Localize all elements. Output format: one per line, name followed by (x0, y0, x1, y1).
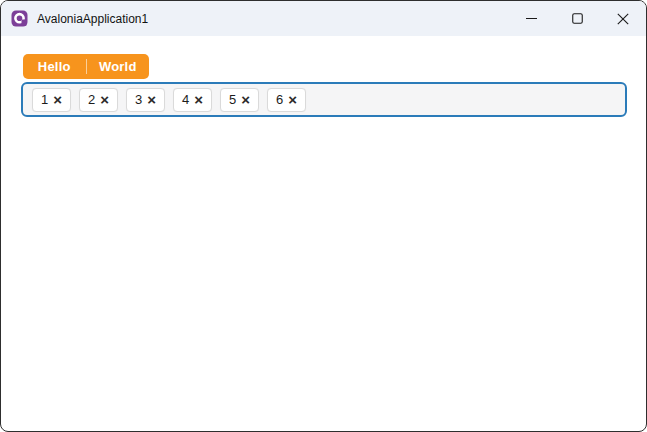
chip-remove-icon[interactable]: × (147, 92, 156, 107)
tab-world[interactable]: World (87, 54, 150, 79)
window-title: AvaloniaApplication1 (37, 12, 148, 26)
avalonia-logo-icon[interactable] (11, 10, 28, 27)
minimize-button[interactable] (508, 1, 554, 36)
window-controls (508, 1, 646, 36)
maximize-button[interactable] (554, 1, 600, 36)
chip-item-4[interactable]: 4 × (173, 88, 212, 112)
chip-label: 3 (135, 93, 142, 106)
chip-remove-icon[interactable]: × (288, 92, 297, 107)
close-icon (617, 13, 629, 25)
chip-item-1[interactable]: 1 × (32, 88, 71, 112)
app-window: AvaloniaApplication1 Hello World (0, 0, 647, 432)
chip-label: 6 (276, 93, 283, 106)
tab-hello[interactable]: Hello (23, 54, 86, 79)
chip-input-box[interactable]: 1 × 2 × 3 × 4 × 5 × 6 × (21, 82, 627, 117)
chip-remove-icon[interactable]: × (53, 92, 62, 107)
chip-label: 2 (88, 93, 95, 106)
chip-item-2[interactable]: 2 × (79, 88, 118, 112)
close-button[interactable] (600, 1, 646, 36)
chip-remove-icon[interactable]: × (100, 92, 109, 107)
minimize-icon (526, 13, 537, 24)
chip-label: 4 (182, 93, 189, 106)
chip-item-6[interactable]: 6 × (267, 88, 306, 112)
tab-strip: Hello World (23, 54, 149, 79)
chip-remove-icon[interactable]: × (241, 92, 250, 107)
chip-label: 5 (229, 93, 236, 106)
chip-remove-icon[interactable]: × (194, 92, 203, 107)
chip-item-3[interactable]: 3 × (126, 88, 165, 112)
title-bar[interactable]: AvaloniaApplication1 (1, 1, 646, 36)
chip-item-5[interactable]: 5 × (220, 88, 259, 112)
maximize-icon (572, 13, 583, 24)
chip-label: 1 (41, 93, 48, 106)
